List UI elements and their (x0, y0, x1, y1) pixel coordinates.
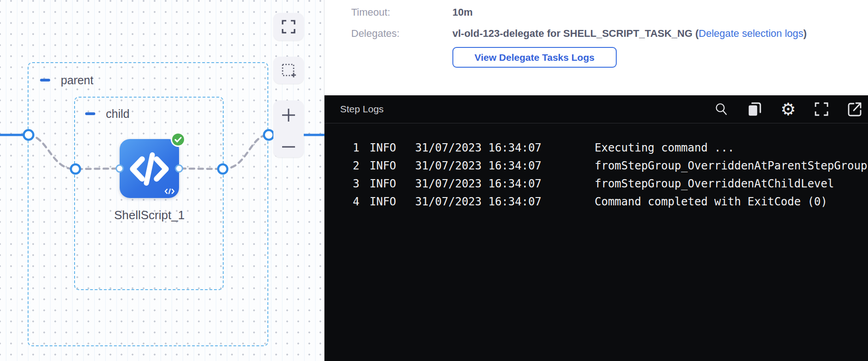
log-level: INFO (370, 141, 396, 154)
link-point-left[interactable] (24, 130, 34, 140)
pipeline-canvas[interactable]: parent child ShellScri (0, 0, 324, 361)
pipeline-execution-view: parent child ShellScri (0, 0, 868, 361)
expand-icon (282, 20, 295, 34)
fullscreen-logs-button[interactable] (814, 102, 829, 116)
log-line-number: 2 (351, 159, 359, 172)
step-details: Timeout: 10m Delegates: vl-old-123-deleg… (324, 0, 868, 95)
delegate-selection-logs-link[interactable]: Delegate selection logs (699, 28, 803, 39)
console-header-icons: ⚙ (714, 95, 866, 123)
log-message: fromStepGroup_OverriddenAtChildLevel (595, 177, 834, 190)
view-delegate-tasks-logs-button[interactable]: View Delegate Tasks Logs (452, 47, 617, 68)
log-level: INFO (370, 177, 396, 190)
zoom-controls (273, 100, 304, 157)
zoom-in-icon (281, 108, 296, 122)
code-icon (127, 151, 171, 187)
open-in-new-icon (847, 101, 866, 117)
zoom-out-button[interactable] (281, 145, 296, 149)
log-row: 4 INFO 31/07/2023 16:34:07 Command compl… (324, 192, 868, 210)
delegates-row: Delegates: vl-old-123-delegate for SHELL… (324, 27, 868, 41)
marquee-select-icon (281, 63, 296, 78)
search-icon (714, 102, 728, 116)
log-level: INFO (370, 159, 396, 172)
timeout-row: Timeout: 10m (324, 6, 868, 19)
delegates-label: Delegates: (351, 28, 452, 40)
step-logs-console: Step Logs ⚙ (324, 95, 868, 361)
marquee-select-button[interactable] (273, 57, 304, 84)
log-timestamp: 31/07/2023 16:34:07 (415, 141, 542, 154)
console-header: Step Logs ⚙ (324, 95, 868, 123)
success-check-icon (172, 134, 184, 146)
step-details-panel: Timeout: 10m Delegates: vl-old-123-deleg… (324, 0, 868, 361)
log-message: Executing command ... (595, 141, 734, 154)
log-row: 3 INFO 31/07/2023 16:34:07 fromStepGroup… (324, 175, 868, 192)
node-port-in (116, 164, 124, 173)
shellscript-step-node[interactable] (120, 139, 179, 198)
log-line-number: 4 (351, 195, 359, 208)
delegates-value-suffix: ) (804, 28, 807, 39)
log-settings-button[interactable]: ⚙ (781, 101, 796, 118)
log-timestamp: 31/07/2023 16:34:07 (415, 195, 542, 208)
copy-logs-button[interactable] (746, 101, 762, 117)
timeout-label: Timeout: (351, 6, 452, 18)
log-line-number: 3 (351, 177, 359, 190)
log-message: Command completed with ExitCode (0) (595, 195, 827, 208)
settings-icon: ⚙ (781, 101, 796, 118)
log-rows[interactable]: 1 INFO 31/07/2023 16:34:07 Executing com… (324, 123, 868, 361)
search-logs-button[interactable] (714, 102, 728, 116)
log-line-number: 1 (351, 141, 359, 154)
open-logs-new-window-button[interactable] (847, 101, 866, 117)
timeout-value: 10m (452, 6, 473, 18)
expand-canvas-button[interactable] (273, 13, 304, 41)
console-title: Step Logs (340, 104, 384, 115)
log-row: 2 INFO 31/07/2023 16:34:07 fromStepGroup… (324, 157, 868, 175)
add-step-point-left[interactable] (71, 164, 80, 174)
delegates-value-text: vl-old-123-delegate for SHELL_SCRIPT_TAS… (452, 28, 699, 39)
canvas-toolbar (273, 13, 304, 157)
log-level: INFO (370, 195, 396, 208)
add-step-point-right[interactable] (218, 164, 227, 174)
fullscreen-icon (814, 102, 829, 116)
log-message: fromStepGroup_OverriddenAtParentStepGrou… (595, 159, 867, 172)
zoom-in-button[interactable] (281, 108, 296, 122)
link-point-right[interactable] (264, 130, 274, 140)
log-row: 1 INFO 31/07/2023 16:34:07 Executing com… (324, 139, 868, 157)
copy-icon (746, 101, 762, 117)
zoom-out-icon (281, 145, 296, 149)
node-label: ShellScript_1 (112, 208, 186, 222)
code-mini-icon (164, 188, 175, 194)
log-timestamp: 31/07/2023 16:34:07 (415, 177, 542, 190)
node-port-out (175, 164, 183, 173)
delegates-value: vl-old-123-delegate for SHELL_SCRIPT_TAS… (452, 28, 807, 40)
log-timestamp: 31/07/2023 16:34:07 (415, 159, 542, 172)
